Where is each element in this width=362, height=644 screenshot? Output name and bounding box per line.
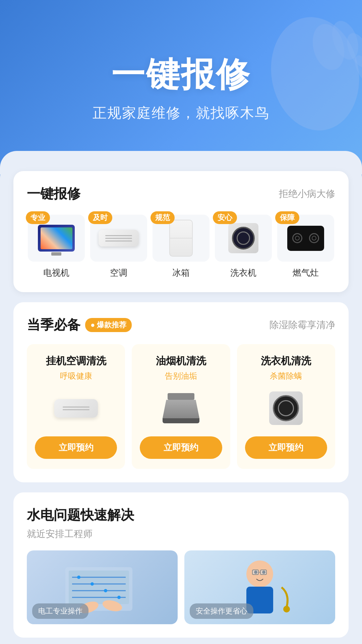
svg-point-17 [246,560,273,587]
washer-icon [228,223,258,253]
svg-point-11 [77,576,80,579]
appliance-item-ac[interactable]: 及时 空调 [89,215,148,279]
washer-badge: 安心 [213,211,237,224]
appliance-img-stove: 保障 [277,215,334,262]
tv-stand [51,252,61,256]
appliance-img-washer: 安心 [215,215,272,262]
plumbing-title: 水电问题快速解决 [27,506,335,524]
ac-line-3 [105,240,132,241]
fridge-bottom [170,238,192,256]
main-content: 一键报修 拒绝小病大修 专业 电视机 及时 [0,161,362,644]
hand-illustration [241,7,362,174]
service-ac-img [49,388,103,428]
season-header: 当季必备 ● 爆款推荐 除湿除霉享清净 [27,316,335,334]
svg-rect-6 [69,571,129,604]
stove-label: 燃气灶 [293,267,319,279]
plumbing-electric-badge: 电工专业操作 [32,603,88,619]
service-item-washer-clean: 洗衣机清洗 杀菌除螨 立即预约 [237,344,335,469]
ac-label: 空调 [110,267,127,279]
ac-icon [99,230,139,247]
season-card: 当季必备 ● 爆款推荐 除湿除霉享清净 挂机空调清洗 呼吸健康 立 [13,302,349,482]
plumbing-img-electric[interactable]: 电工专业操作 [27,550,178,624]
plumbing-subtitle: 就近安排工程师 [27,528,335,540]
service-hood-desc: 告别油垢 [165,371,197,381]
service-washer-img [259,388,313,428]
repair-card: 一键报修 拒绝小病大修 专业 电视机 及时 [13,171,349,292]
plumbing-safety-badge: 安全操作更省心 [190,603,253,619]
washer-drum [232,227,255,250]
mini-ac-line-1 [63,407,89,408]
book-ac-button[interactable]: 立即预约 [35,436,117,459]
hood-body [163,400,199,418]
service-hood-img [154,388,208,428]
stove-badge: 保障 [275,211,299,224]
fridge-badge: 规范 [150,211,175,224]
stove-burner-left [292,233,302,243]
hot-badge: ● 爆款推荐 [85,318,132,332]
appliance-img-tv: 专业 [28,215,85,262]
season-subtitle: 除湿除霉享清净 [269,319,335,331]
fridge-label: 冰箱 [172,267,190,279]
service-item-hood-clean: 油烟机清洗 告别油垢 立即预约 [132,344,230,469]
svg-point-13 [104,589,107,592]
ac-line-2 [105,238,132,239]
mini-washer-inner [278,400,294,416]
service-item-ac-clean: 挂机空调清洗 呼吸健康 立即预约 [27,344,125,469]
svg-point-14 [117,596,121,599]
appliance-item-tv[interactable]: 专业 电视机 [27,215,86,279]
svg-rect-21 [260,570,266,575]
tv-label: 电视机 [43,267,69,279]
ac-line-1 [105,235,132,236]
service-hood-name: 油烟机清洗 [156,354,206,368]
repair-card-header: 一键报修 拒绝小病大修 [27,184,335,203]
hero-subtitle: 正规家庭维修，就找啄木鸟 [93,104,269,122]
appliance-img-fridge: 规范 [153,215,209,262]
plumbing-img-safety[interactable]: 安全操作更省心 [184,550,335,624]
tv-icon [38,225,75,252]
mini-washer-drum [273,395,299,421]
tv-screen [41,227,72,249]
season-title-wrap: 当季必备 ● 爆款推荐 [27,316,132,334]
fridge-icon [169,220,193,257]
stove-burner-inner-right [312,236,316,240]
season-title: 当季必备 [27,316,80,334]
hero-section: 一键报修 正规家庭维修，就找啄木鸟 [0,0,362,174]
washer-label: 洗衣机 [230,267,256,279]
service-grid: 挂机空调清洗 呼吸健康 立即预约 油烟机清洗 告别油垢 [27,344,335,469]
tv-badge: 专业 [26,211,50,224]
mini-ac-lines [63,407,89,410]
svg-point-12 [90,582,94,586]
plumbing-images: 电工专业操作 [27,550,335,624]
hero-title: 一键报修 [111,52,251,98]
mini-ac-line-2 [63,409,89,410]
service-ac-name: 挂机空调清洗 [46,354,106,368]
stove-burner-right [309,233,319,243]
appliance-item-fridge[interactable]: 规范 冰箱 [152,215,210,279]
appliance-grid: 专业 电视机 及时 [27,215,335,279]
fridge-top [170,220,192,238]
mini-ac-icon [54,399,98,418]
mini-hood-icon [163,393,199,423]
service-ac-desc: 呼吸健康 [60,371,92,381]
stove-icon [287,226,324,251]
book-washer-button[interactable]: 立即预约 [245,436,327,459]
ac-badge: 及时 [88,211,112,224]
hood-top [168,393,194,400]
hood-bottom [163,418,199,423]
mini-washer-icon [269,391,303,425]
appliance-item-washer[interactable]: 安心 洗衣机 [214,215,273,279]
service-washer-name: 洗衣机清洗 [261,354,311,368]
stove-burner-inner-left [295,236,300,240]
svg-point-24 [283,606,290,612]
ac-lines [105,235,132,241]
repair-card-subtitle: 拒绝小病大修 [279,187,335,200]
repair-card-title: 一键报修 [27,184,80,203]
appliance-item-stove[interactable]: 保障 燃气灶 [276,215,335,279]
book-hood-button[interactable]: 立即预约 [140,436,222,459]
service-washer-desc: 杀菌除螨 [270,371,302,381]
plumbing-card: 水电问题快速解决 就近安排工程师 [13,492,349,638]
svg-rect-20 [252,570,258,575]
washer-inner [237,231,250,245]
appliance-img-ac: 及时 [90,215,147,262]
